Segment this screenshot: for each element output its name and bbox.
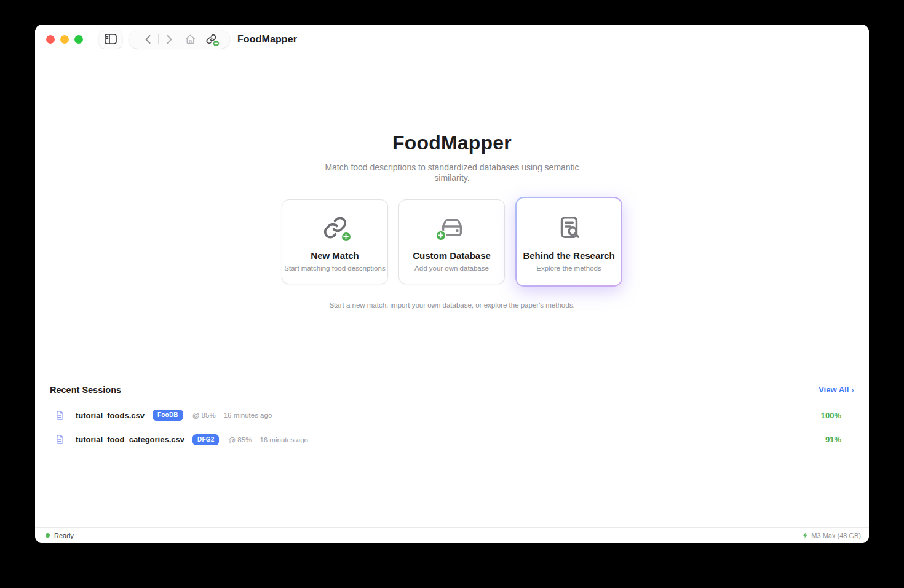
card-behind-the-research[interactable]: Behind the Research Explore the methods	[515, 197, 622, 287]
hardware-info: M3 Max (48 GB)	[802, 532, 861, 539]
sidebar-toggle-button[interactable]	[99, 30, 122, 49]
close-button[interactable]	[46, 35, 55, 44]
card-subtitle: Explore the methods	[536, 264, 601, 272]
database-badge: FooDB	[153, 410, 183, 421]
lightning-icon	[802, 532, 809, 539]
file-icon	[55, 410, 65, 421]
back-button[interactable]	[137, 30, 158, 49]
hero-caption: Start a new match, import your own datab…	[35, 301, 869, 309]
session-timestamp: 16 minutes ago	[224, 411, 272, 419]
view-all-link[interactable]: View All ›	[819, 385, 854, 394]
card-subtitle: Add your own database	[414, 264, 489, 272]
session-row-tutorial-foods[interactable]: tutorial_foods.csv FooDB @ 85% 16 minute…	[50, 403, 854, 427]
status-bar: Ready M3 Max (48 GB)	[35, 527, 869, 543]
sidebar-icon	[105, 34, 117, 44]
session-timestamp: 16 minutes ago	[260, 436, 308, 443]
chevron-right-icon	[166, 34, 173, 44]
status-ready: Ready	[46, 532, 74, 539]
plus-badge-icon	[341, 231, 352, 242]
session-row-tutorial-food-categories[interactable]: tutorial_food_categories.csv DFG2 @ 85% …	[50, 427, 854, 451]
card-title: Custom Database	[413, 250, 491, 261]
page-subtitle: Match food descriptions to standardized …	[323, 162, 581, 183]
chevron-left-icon	[145, 34, 151, 44]
session-filename: tutorial_food_categories.csv	[76, 435, 184, 444]
file-icon	[55, 434, 65, 445]
session-match-percent: 100%	[821, 411, 841, 420]
recent-sessions-title: Recent Sessions	[50, 385, 121, 395]
chevron-right-icon: ›	[851, 386, 854, 394]
zoom-button[interactable]	[74, 35, 83, 44]
forward-button[interactable]	[159, 30, 180, 49]
main-content: FoodMapper Match food descriptions to st…	[35, 54, 869, 527]
database-plus-icon	[437, 212, 467, 243]
card-subtitle: Start matching food descriptions	[284, 264, 385, 272]
view-all-label: View All	[819, 385, 849, 394]
traffic-lights	[46, 35, 83, 44]
status-label: Ready	[54, 532, 74, 539]
nav-button-group	[129, 30, 230, 49]
session-threshold: @ 85%	[192, 411, 216, 419]
session-match-percent: 91%	[825, 435, 841, 444]
card-custom-database[interactable]: Custom Database Add your own database	[398, 199, 505, 284]
title-bar: FoodMapper	[35, 25, 869, 54]
status-dot-icon	[46, 533, 50, 538]
link-plus-icon	[205, 33, 217, 45]
window-title: FoodMapper	[237, 34, 297, 45]
page-title: FoodMapper	[35, 132, 869, 154]
home-button[interactable]	[180, 30, 200, 49]
action-cards: New Match Start matching food descriptio…	[35, 197, 869, 287]
link-plus-icon	[320, 212, 351, 243]
card-new-match[interactable]: New Match Start matching food descriptio…	[282, 199, 388, 284]
session-filename: tutorial_foods.csv	[76, 411, 145, 420]
app-window: FoodMapper FoodMapper Match food descrip…	[35, 25, 869, 543]
hero-section: FoodMapper Match food descriptions to st…	[35, 54, 869, 376]
minimize-button[interactable]	[60, 35, 69, 44]
card-title: New Match	[311, 250, 359, 261]
database-badge: DFG2	[192, 434, 219, 445]
home-icon	[184, 34, 196, 45]
card-title: Behind the Research	[523, 250, 614, 261]
hardware-label: M3 Max (48 GB)	[811, 532, 861, 539]
document-search-icon	[553, 212, 584, 243]
session-threshold: @ 85%	[228, 436, 252, 443]
plus-badge-icon	[435, 230, 446, 241]
recent-sessions-header: Recent Sessions View All ›	[50, 376, 854, 403]
recent-sessions-section: Recent Sessions View All › tutorial_food…	[35, 376, 869, 527]
new-match-toolbar-button[interactable]	[200, 30, 221, 49]
